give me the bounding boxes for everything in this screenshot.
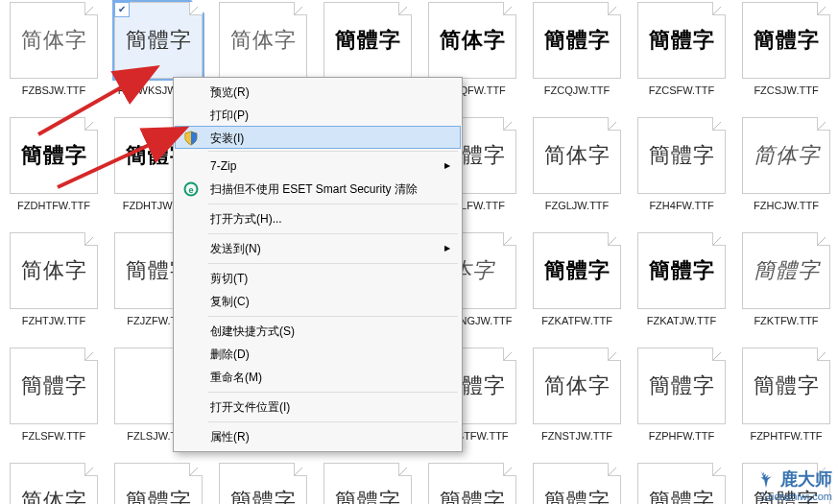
menu-item-label: 剪切(T) — [210, 272, 248, 285]
page-fold-icon — [712, 463, 726, 476]
menu-item[interactable]: 安装(I) — [175, 126, 461, 149]
file-item[interactable]: 簡體字FZKATJW.TTF — [631, 232, 732, 348]
file-thumbnail: 簡體字 — [114, 463, 203, 504]
file-label: FZKTFW.TTF — [754, 315, 818, 326]
file-item[interactable]: 簡體字FZPHFW.TTF — [631, 348, 732, 463]
file-item[interactable]: 簡體字FZH4FW.TTF — [631, 117, 732, 232]
page-fold-icon — [608, 2, 621, 15]
file-item[interactable]: 簡體字FZSSJW.TTF — [631, 463, 732, 504]
file-thumbnail: 简体字 — [428, 2, 516, 79]
menu-item-label: 扫描但不使用 ESET Smart Security 清除 — [210, 182, 418, 196]
file-thumbnail: 簡體字 — [637, 2, 726, 79]
file-label: FZGLJW.TTF — [545, 200, 610, 211]
file-thumbnail: 簡體字 — [742, 2, 830, 79]
menu-item-label: 7-Zip — [210, 159, 236, 173]
file-item[interactable]: 简体字FZHTJW.TTF — [3, 232, 105, 348]
menu-item-label: 打开文件位置(I) — [210, 400, 290, 414]
file-label: FZNSTJW.TTF — [541, 430, 612, 442]
page-fold-icon — [817, 117, 830, 131]
font-preview-glyph: 簡體字 — [335, 26, 401, 55]
page-fold-icon — [817, 2, 830, 15]
menu-item[interactable]: 删除(D) — [176, 343, 460, 366]
page-fold-icon — [608, 232, 621, 246]
file-label: FZH4FW.TTF — [649, 200, 713, 211]
watermark: 鹿大师 Ludashiwj.com — [755, 468, 832, 502]
font-preview-glyph: 简体字 — [440, 26, 506, 55]
file-item[interactable]: 簡體字FZKATFW.TTF — [526, 232, 628, 348]
page-fold-icon — [817, 348, 830, 361]
file-item[interactable]: 簡體字FZPHTFW.TTF — [735, 348, 837, 463]
menu-item-label: 打开方式(H)... — [210, 212, 282, 226]
file-item[interactable]: 簡體字FZCSFW.TTF — [631, 2, 732, 117]
context-menu: 预览(R)打印(P)安装(I)7-Zipe扫描但不使用 ESET Smart S… — [173, 77, 463, 452]
file-item[interactable]: 簡體字FZLSFW.TTF — [3, 348, 105, 463]
menu-item[interactable]: 复制(C) — [176, 290, 460, 313]
font-preview-glyph: 簡體字 — [126, 26, 192, 55]
file-item[interactable]: 簡體字FZSJSJW.TTF — [421, 463, 523, 504]
file-thumbnail: 簡體字 — [219, 463, 307, 504]
file-thumbnail: 簡體字 — [533, 2, 621, 79]
page-fold-icon — [398, 2, 412, 15]
font-preview-glyph: 簡體字 — [649, 487, 715, 504]
menu-item[interactable]: 剪切(T) — [176, 267, 460, 290]
file-item[interactable]: 简体字FZGLJW.TTF — [526, 117, 628, 232]
menu-item[interactable]: 发送到(N) — [176, 237, 460, 260]
menu-separator — [208, 204, 458, 204]
menu-item[interactable]: e扫描但不使用 ESET Smart Security 清除 — [176, 178, 460, 201]
file-thumbnail: 簡體字 — [637, 232, 726, 309]
menu-item[interactable]: 打开方式(H)... — [176, 207, 460, 230]
menu-item[interactable]: 打印(P) — [176, 104, 460, 127]
page-fold-icon — [503, 463, 516, 476]
menu-item[interactable]: 打开文件位置(I) — [176, 396, 460, 419]
page-fold-icon — [84, 2, 98, 15]
file-item[interactable]: 简体字FZBSJW.TTF — [3, 2, 105, 117]
menu-item-label: 创建快捷方式(S) — [210, 324, 295, 338]
file-thumbnail: 簡體字 — [323, 2, 412, 79]
font-preview-glyph: 簡體字 — [649, 26, 715, 55]
file-item[interactable]: 簡體字FZKTFW.TTF — [735, 232, 837, 348]
file-thumbnail: 简体字 — [533, 117, 621, 194]
font-preview-glyph: 简体字 — [21, 26, 87, 55]
file-thumbnail: 簡體字 — [742, 348, 830, 424]
menu-item[interactable]: 属性(R) — [176, 425, 460, 448]
watermark-brand: 鹿大师 — [780, 468, 832, 491]
page-fold-icon — [712, 348, 726, 361]
file-item[interactable]: 簡體字FZSRJW.TTF — [526, 463, 628, 504]
font-preview-glyph: 簡體字 — [21, 372, 87, 400]
menu-item[interactable]: 重命名(M) — [176, 366, 460, 389]
menu-item-label: 删除(D) — [210, 348, 250, 361]
file-thumbnail: 簡體字 — [10, 348, 98, 424]
page-fold-icon — [608, 348, 621, 361]
file-item[interactable]: 简体字FZPTJW.TTF — [3, 463, 105, 504]
font-preview-glyph: 簡體字 — [126, 487, 192, 504]
page-fold-icon — [503, 348, 516, 361]
font-preview-glyph: 简体字 — [21, 487, 87, 504]
file-label: FZCQJW.TTF — [544, 84, 610, 96]
font-preview-glyph: 簡體字 — [649, 141, 715, 170]
font-preview-glyph: 简体字 — [544, 372, 611, 400]
file-item[interactable]: 簡體字FZSHJW.TTF — [317, 463, 419, 504]
file-item[interactable]: 簡體字FZCQJW.TTF — [526, 2, 628, 117]
file-item[interactable]: 简体字FZNSTJW.TTF — [526, 348, 628, 463]
page-fold-icon — [712, 2, 726, 15]
font-preview-glyph: 簡體字 — [649, 372, 715, 400]
file-thumbnail: 简体字 — [10, 463, 98, 504]
page-fold-icon — [608, 463, 621, 476]
menu-item[interactable]: 创建快捷方式(S) — [176, 320, 460, 343]
file-label: FZLSFW.TTF — [22, 430, 86, 442]
font-preview-glyph: 簡體字 — [230, 487, 297, 504]
file-thumbnail: 簡體字 — [533, 463, 621, 504]
file-item[interactable]: 簡體字FZSEJW.TTF — [212, 463, 314, 504]
file-item[interactable]: 簡體字FZCSJW.TTF — [735, 2, 837, 117]
font-preview-glyph: 简体字 — [544, 141, 611, 170]
file-item[interactable]: 簡體字FZQTJW.TTF — [108, 463, 209, 504]
file-item[interactable]: 简体字FZHCJW.TTF — [735, 117, 837, 232]
menu-item[interactable]: 预览(R) — [176, 81, 460, 104]
file-thumbnail: 簡體字 — [114, 2, 203, 79]
menu-item-label: 属性(R) — [210, 430, 250, 444]
shield-icon — [183, 131, 199, 146]
menu-item[interactable]: 7-Zip — [176, 155, 460, 178]
page-fold-icon — [817, 232, 830, 246]
file-thumbnail: 简体字 — [10, 232, 98, 309]
file-item[interactable]: 簡體字FZDHTFW.TTF — [3, 117, 105, 232]
